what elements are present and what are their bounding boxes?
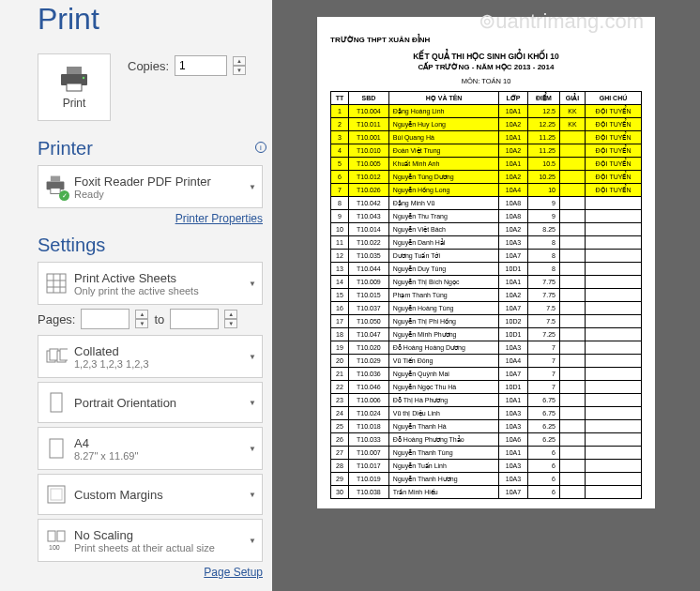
table-row: 18T10.047Nguyễn Minh Phương10D17.25 (331, 328, 642, 341)
chevron-down-icon: ▼ (249, 353, 256, 361)
table-row: 13T10.044Nguyễn Duy Tùng10D18 (331, 263, 642, 276)
svg-text:100: 100 (49, 544, 60, 551)
portrait-icon (45, 391, 68, 414)
table-row: 11T10.022Nguyễn Danh Hải10A38 (331, 236, 642, 250)
table-row: 25T10.018Nguyễn Thanh Hà10A36.25 (331, 420, 642, 433)
column-header: TT (331, 92, 349, 105)
collated-dropdown[interactable]: Collated 1,2,3 1,2,3 1,2,3 ▼ (38, 335, 263, 378)
printer-status: Ready (74, 189, 245, 200)
table-row: 19T10.020Đỗ Hoàng Hoàng Dương10A37 (331, 341, 642, 355)
collated-icon (45, 345, 68, 368)
pages-to-down[interactable]: ▼ (224, 319, 237, 328)
table-row: 26T10.033Đỗ Hoàng Phương Thảo10A66.25 (331, 433, 642, 447)
copies-down[interactable]: ▼ (233, 66, 246, 75)
chevron-down-icon: ▼ (249, 491, 256, 499)
table-row: 12T10.035Dương Tuấn Tới10A78 (331, 250, 642, 263)
scaling-dropdown[interactable]: 100 No Scaling Print sheets at their act… (38, 519, 263, 562)
svg-rect-21 (57, 531, 65, 541)
table-row: 3T10.001Bùi Quang Hà10A111.25ĐỘI TUYỂN (331, 131, 642, 144)
pages-from-down[interactable]: ▼ (135, 319, 148, 328)
print-button[interactable]: Print (38, 53, 111, 121)
preview-panel: TRƯỜNG THPT XUÂN ĐỈNH KẾT QUẢ THI HỌC SI… (272, 0, 700, 591)
page-setup-link[interactable]: Page Setup (38, 566, 263, 579)
svg-rect-16 (51, 393, 62, 412)
table-row: 23T10.006Đỗ Thị Hà Phương10A16.75 (331, 394, 642, 407)
table-row: 16T10.037Nguyễn Hoàng Tùng10A77.5 (331, 302, 642, 315)
preview-subheading: CẤP TRƯỜNG - NĂM HỌC 2013 - 2014 (330, 63, 642, 71)
svg-rect-1 (67, 67, 82, 74)
preview-page: TRƯỜNG THPT XUÂN ĐỈNH KẾT QUẢ THI HỌC SI… (317, 17, 655, 508)
ready-check-icon: ✓ (59, 190, 69, 201)
table-row: 20T10.029Vũ Tiến Đông10A47 (331, 355, 642, 368)
margins-icon (45, 483, 68, 506)
table-row: 10T10.014Nguyễn Việt Bách10A28.25 (331, 223, 642, 236)
margins-dropdown[interactable]: Custom Margins ▼ (38, 474, 263, 515)
table-row: 29T10.019Nguyễn Thanh Hương10A36 (331, 473, 642, 486)
table-row: 7T10.026Nguyễn Hồng Long10A410ĐỘI TUYỂN (331, 184, 642, 197)
svg-rect-5 (51, 176, 60, 182)
column-header: ĐIỂM (527, 92, 559, 105)
print-button-label: Print (63, 97, 86, 110)
left-panel: Print Print Copies: ▲ ▼ Printer i (0, 0, 272, 591)
pages-label: Pages: (38, 312, 75, 326)
chevron-down-icon: ▼ (249, 537, 256, 545)
column-header: SBD (348, 92, 388, 105)
pages-to-up[interactable]: ▲ (224, 310, 237, 319)
page-title: Print (38, 2, 263, 37)
table-row: 24T10.024Vũ thị Diệu Linh10A36.75 (331, 407, 642, 420)
column-header: GIẢI (559, 92, 585, 105)
table-row: 6T10.012Nguyễn Tùng Dương10A210.25ĐỘI TU… (331, 171, 642, 184)
paper-dropdown[interactable]: A4 8.27" x 11.69" ▼ (38, 427, 263, 470)
svg-point-3 (83, 77, 84, 79)
pages-from-up[interactable]: ▲ (135, 310, 148, 319)
printer-properties-link[interactable]: Printer Properties (38, 212, 263, 225)
preview-heading: KẾT QUẢ THI HỌC SINH GIỎI KHỐI 10 (330, 52, 642, 61)
table-row: 4T10.010Đoàn Việt Trung10A211.25ĐỘI TUYỂ… (331, 144, 642, 158)
table-row: 2T10.011Nguyễn Huy Long10A212.25KKĐỘI TU… (331, 118, 642, 131)
copies-label: Copies: (128, 59, 169, 73)
pages-from-input[interactable] (81, 309, 129, 329)
svg-rect-15 (60, 349, 68, 360)
print-what-dropdown[interactable]: Print Active Sheets Only print the activ… (38, 262, 263, 305)
chevron-down-icon: ▼ (249, 280, 256, 288)
copies-input[interactable] (175, 55, 227, 76)
svg-rect-20 (48, 531, 55, 541)
printer-icon (57, 65, 91, 93)
table-row: 14T10.009Nguyễn Thị Bích Ngọc10A17.75 (331, 276, 642, 289)
preview-subject: MÔN: TOÁN 10 (330, 77, 642, 85)
svg-rect-17 (50, 439, 63, 458)
preview-table: TTSBDHỌ VÀ TÊNLỚPĐIỂMGIẢIGHI CHÚ 1T10.00… (330, 91, 642, 499)
printer-name: Foxit Reader PDF Printer (74, 174, 245, 189)
table-row: 9T10.043Nguyễn Thu Trang10A89 (331, 210, 642, 223)
table-row: 27T10.007Nguyễn Thanh Tùng10A16 (331, 447, 642, 460)
copies-up[interactable]: ▲ (233, 56, 246, 66)
paper-icon (45, 437, 68, 460)
orientation-dropdown[interactable]: Portrait Orientation ▼ (38, 382, 263, 423)
svg-rect-2 (67, 83, 82, 91)
chevron-down-icon: ▼ (249, 399, 256, 407)
table-row: 5T10.005Khuất Minh Anh10A110.5ĐỘI TUYỂN (331, 158, 642, 171)
sheets-icon (45, 272, 68, 295)
scaling-icon: 100 (45, 529, 68, 552)
printer-section-title: Printer i (38, 138, 263, 159)
table-row: 15T10.015Phạm Thanh Tùng10A27.75 (331, 289, 642, 302)
column-header: HỌ VÀ TÊN (388, 92, 498, 105)
chevron-down-icon: ▼ (249, 183, 256, 191)
chevron-down-icon: ▼ (249, 445, 256, 453)
table-row: 1T10.004Đặng Hoàng Linh10A112.5KKĐỘI TUY… (331, 105, 642, 118)
svg-rect-7 (47, 274, 66, 293)
column-header: LỚP (499, 92, 527, 105)
table-row: 17T10.050Nguyễn Thị Phi Hồng10D27.5 (331, 315, 642, 328)
table-row: 21T10.036Nguyễn Quỳnh Mai10A77 (331, 368, 642, 381)
table-row: 22T10.046Nguyễn Ngọc Thu Hà10D17 (331, 381, 642, 394)
settings-section-title: Settings (38, 235, 263, 256)
table-row: 30T10.038Trần Minh Hiếu10A76 (331, 486, 642, 499)
table-row: 28T10.017Nguyễn Tuấn Linh10A36 (331, 460, 642, 473)
printer-dropdown[interactable]: ✓ Foxit Reader PDF Printer Ready ▼ (38, 165, 263, 208)
preview-school: TRƯỜNG THPT XUÂN ĐỈNH (330, 36, 642, 44)
info-icon[interactable]: i (255, 142, 266, 153)
table-row: 8T10.042Đặng Minh Vũ10A89 (331, 197, 642, 210)
pages-to-input[interactable] (170, 309, 219, 329)
column-header: GHI CHÚ (586, 92, 642, 105)
